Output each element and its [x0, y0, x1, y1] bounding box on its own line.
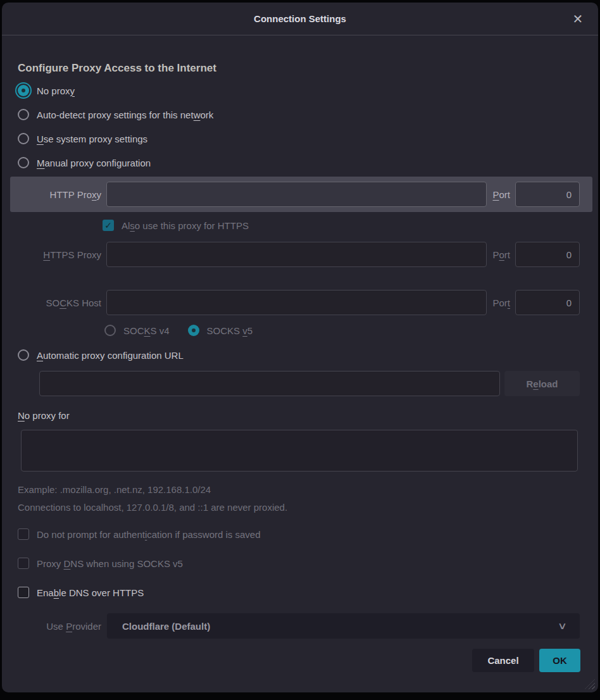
https-proxy-label: HTTPS Proxy: [10, 249, 101, 260]
close-icon[interactable]: ✕: [569, 10, 587, 28]
auto-url-radio-label: Automatic proxy configuration URL: [37, 350, 184, 361]
enable-doh-checkbox[interactable]: [18, 587, 29, 598]
socks-v5-radio-label: SOCKS v5: [207, 325, 253, 336]
no-proxy-for-textarea[interactable]: [21, 430, 578, 472]
screen: Connection Settings ✕ Configure Proxy Ac…: [0, 0, 600, 700]
auto-detect-radio[interactable]: [18, 109, 29, 120]
no-proxy-radio[interactable]: [18, 85, 29, 96]
enable-doh-checkbox-label: Enable DNS over HTTPS: [37, 587, 144, 598]
connection-settings-dialog: Connection Settings ✕ Configure Proxy Ac…: [2, 3, 598, 692]
socks-host-input[interactable]: [106, 290, 487, 315]
doh-provider-value: Cloudflare (Default): [122, 621, 559, 632]
doh-provider-select[interactable]: Cloudflare (Default) ∨: [107, 613, 580, 639]
localhost-hint-text: Connections to localhost, 127.0.0.1/8, a…: [18, 502, 598, 513]
reload-button[interactable]: Reload: [504, 371, 580, 396]
enable-doh-check-row[interactable]: Enable DNS over HTTPS: [18, 581, 598, 604]
auto-config-url-input[interactable]: [39, 371, 500, 396]
https-port-label: Port: [492, 249, 510, 260]
radio-row-use-system[interactable]: Use system proxy settings: [2, 127, 598, 151]
socks-v5-radio[interactable]: [188, 325, 199, 336]
socks-v4-radio[interactable]: [104, 325, 116, 336]
use-provider-label: Use Provider: [10, 621, 101, 632]
proxy-dns-checkbox-label: Proxy DNS when using SOCKS v5: [37, 558, 183, 569]
socks-port-input[interactable]: [515, 290, 580, 315]
dialog-footer: Cancel OK: [2, 649, 580, 672]
check-icon: ✓: [104, 221, 112, 230]
http-proxy-label: HTTP Proxy: [10, 189, 101, 200]
https-proxy-row: HTTPS Proxy Port: [10, 242, 592, 267]
use-system-radio-label: Use system proxy settings: [37, 134, 147, 144]
cancel-button[interactable]: Cancel: [472, 649, 534, 672]
socks-v4-radio-label: SOCKS v4: [123, 325, 170, 336]
ok-button[interactable]: OK: [539, 649, 580, 672]
also-https-check-row[interactable]: ✓ Also use this proxy for HTTPS: [103, 215, 598, 236]
radio-row-auto-url[interactable]: Automatic proxy configuration URL: [2, 343, 598, 367]
use-system-radio[interactable]: [18, 133, 29, 144]
no-prompt-auth-checkbox-label: Do not prompt for authentication if pass…: [37, 529, 261, 540]
socks-version-row: SOCKS v4 SOCKS v5: [104, 322, 598, 339]
manual-proxy-radio[interactable]: [18, 157, 29, 168]
example-hint-text: Example: .mozilla.org, .net.nz, 192.168.…: [18, 484, 598, 495]
page-title: Configure Proxy Access to the Internet: [18, 62, 598, 78]
also-https-checkbox-label: Also use this proxy for HTTPS: [122, 220, 249, 231]
chevron-down-icon: ∨: [558, 620, 567, 632]
socks-host-row: SOCKS Host Port: [10, 290, 592, 315]
dialog-title: Connection Settings: [254, 13, 346, 24]
proxy-dns-check-row[interactable]: Proxy DNS when using SOCKS v5: [18, 552, 598, 575]
http-proxy-row-highlighted: HTTP Proxy Port: [10, 177, 592, 212]
radio-row-auto-detect[interactable]: Auto-detect proxy settings for this netw…: [2, 103, 598, 127]
https-proxy-input[interactable]: [106, 242, 487, 267]
radio-row-no-proxy[interactable]: No proxy: [2, 78, 598, 103]
socks-port-label: Port: [492, 297, 510, 308]
no-prompt-auth-check-row[interactable]: Do not prompt for authentication if pass…: [18, 523, 598, 546]
http-proxy-input[interactable]: [106, 182, 487, 207]
auto-url-radio[interactable]: [18, 349, 29, 361]
resize-grip-icon[interactable]: [585, 679, 595, 689]
proxy-dns-checkbox[interactable]: [18, 558, 29, 569]
http-port-label: Port: [492, 189, 510, 200]
https-port-input[interactable]: [515, 242, 580, 267]
radio-row-manual[interactable]: Manual proxy configuration: [2, 151, 598, 175]
dialog-titlebar: Connection Settings ✕: [2, 3, 598, 35]
no-proxy-for-label: No proxy for: [18, 410, 598, 424]
http-port-input[interactable]: [515, 182, 580, 207]
auto-url-input-row: Reload: [39, 371, 580, 396]
doh-provider-row: Use Provider Cloudflare (Default) ∨: [10, 613, 580, 639]
socks-host-label: SOCKS Host: [10, 297, 101, 308]
manual-proxy-radio-label: Manual proxy configuration: [37, 158, 151, 168]
auto-detect-radio-label: Auto-detect proxy settings for this netw…: [37, 109, 213, 120]
also-https-checkbox[interactable]: ✓: [103, 220, 114, 231]
no-proxy-radio-label: No proxy: [37, 85, 75, 96]
no-prompt-auth-checkbox[interactable]: [18, 528, 29, 540]
